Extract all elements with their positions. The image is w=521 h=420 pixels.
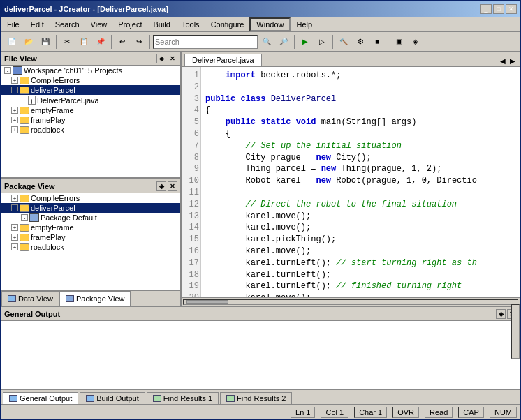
build-output-tab[interactable]: Build Output: [80, 392, 145, 404]
tb-extra1-button[interactable]: ▣: [391, 34, 406, 50]
pkg-frame-play-icon: [20, 234, 29, 241]
tb-sep6: [388, 35, 388, 49]
tb-paste-button[interactable]: 📌: [93, 34, 108, 50]
code-editor[interactable]: import becker.robots.*; public class Del…: [201, 67, 520, 297]
tb-sep3: [149, 35, 150, 49]
pkg-tree-item-roadblock[interactable]: + roadblock: [1, 242, 180, 252]
search-input[interactable]: [153, 35, 258, 49]
pkg-compile-errors-expand[interactable]: +: [11, 195, 18, 202]
tree-item-deliver-parcel-java[interactable]: j DeliverParcel.java: [1, 95, 180, 105]
tb-run-button[interactable]: ▶: [298, 34, 313, 50]
ln1: 1: [183, 70, 199, 82]
file-view-pin-button[interactable]: ◈: [156, 54, 166, 63]
menu-view[interactable]: View: [85, 19, 113, 30]
find-results-2-tab[interactable]: Find Results 2: [220, 392, 292, 404]
package-view-header: Package View ◈ ✕: [1, 179, 180, 193]
menu-file[interactable]: File: [1, 19, 25, 30]
file-view-panel: File View ◈ ✕ - Workspace 'ch01': 5 Proj…: [1, 52, 180, 179]
tree-item-compile-errors[interactable]: + CompileErrors: [1, 75, 180, 85]
pkg-tree-item-deliver-parcel[interactable]: - deliverParcel: [1, 203, 180, 213]
roadblock-expand[interactable]: +: [11, 126, 18, 133]
workspace-expand[interactable]: -: [4, 67, 11, 74]
menu-bar: File Edit Search View Project Build Tool…: [1, 17, 520, 32]
ln2: 2: [183, 82, 199, 93]
tb-compile-button[interactable]: ⚙: [353, 34, 368, 50]
menu-tools[interactable]: Tools: [176, 19, 205, 30]
tree-item-empty-frame[interactable]: + emptyFrame: [1, 105, 180, 115]
general-output-tab[interactable]: General Output: [3, 392, 78, 404]
pkg-tree-item-compile-errors[interactable]: + CompileErrors: [1, 193, 180, 203]
pkg-empty-frame-expand[interactable]: +: [11, 224, 18, 231]
file-view-close-button[interactable]: ✕: [168, 54, 177, 63]
menu-configure[interactable]: Configure: [205, 19, 250, 30]
tb-redo-button[interactable]: ↪: [131, 34, 147, 50]
workspace-icon: [13, 66, 22, 75]
menu-window[interactable]: Window: [249, 17, 291, 31]
editor-tab-deliver-parcel[interactable]: DeliverParcel.java: [184, 54, 262, 66]
pkg-tree-item-frame-play[interactable]: + framePlay: [1, 232, 180, 242]
menu-search[interactable]: Search: [50, 19, 85, 30]
package-view-label: Package View: [76, 294, 125, 303]
menu-edit[interactable]: Edit: [25, 19, 50, 30]
editor-content[interactable]: 1 2 3 4 5 6 7 8 9 10 11 12 13 14: [182, 67, 520, 297]
package-view-title: Package View: [4, 182, 55, 190]
tree-item-frame-play[interactable]: + framePlay: [1, 115, 180, 125]
deliver-parcel-expand[interactable]: -: [11, 87, 18, 93]
tb-extra2-button[interactable]: ◈: [408, 34, 423, 50]
pkg-tree-item-empty-frame[interactable]: + emptyFrame: [1, 223, 180, 232]
tree-item-roadblock[interactable]: + roadblock: [1, 125, 180, 135]
package-view-close-button[interactable]: ✕: [168, 181, 177, 191]
workspace-root[interactable]: - Workspace 'ch01': 5 Projects: [1, 66, 180, 75]
tb-new-button[interactable]: 📄: [4, 34, 20, 50]
pkg-default-expand[interactable]: -: [21, 214, 28, 221]
package-view-pin-button[interactable]: ◈: [156, 181, 166, 191]
tb-run2-button[interactable]: ▷: [314, 34, 330, 50]
workspace-label: Workspace 'ch01': 5 Projects: [24, 66, 122, 75]
tb-search2-button[interactable]: 🔎: [276, 34, 291, 50]
pkg-empty-frame-label: emptyFrame: [31, 223, 74, 232]
menu-build[interactable]: Build: [147, 19, 175, 30]
build-output-tab-label: Build Output: [96, 394, 139, 403]
tb-save-button[interactable]: 💾: [38, 34, 53, 50]
roadblock-label: roadblock: [31, 126, 64, 134]
status-bar: Ln 1 Col 1 Char 1 OVR Read CAP NUM: [1, 405, 520, 419]
pkg-frame-play-expand[interactable]: +: [11, 234, 18, 241]
find-results-2-tab-label: Find Results 2: [237, 394, 286, 403]
tb-search-button[interactable]: 🔍: [259, 34, 274, 50]
maximize-button[interactable]: □: [493, 4, 504, 14]
tb-stop-button[interactable]: ■: [369, 34, 385, 50]
find-results-1-tab[interactable]: Find Results 1: [147, 392, 219, 404]
pkg-tree-item-package-default[interactable]: - Package Default: [1, 213, 180, 223]
h-scrollbar-track[interactable]: [183, 299, 518, 305]
tb-open-button[interactable]: 📂: [21, 34, 36, 50]
editor-scrollbar-h[interactable]: [182, 297, 520, 306]
menu-project[interactable]: Project: [112, 19, 147, 30]
toolbar: 📄 📂 💾 ✂ 📋 📌 ↩ ↪ 🔍 🔎 ▶ ▷ 🔨 ⚙ ■ ▣ ◈: [1, 32, 520, 52]
frame-play-expand[interactable]: +: [11, 117, 18, 123]
find-results-1-tab-icon: [153, 395, 161, 402]
ln3: 3: [183, 93, 199, 105]
tb-build-button[interactable]: 🔨: [336, 34, 351, 50]
pkg-roadblock-label: roadblock: [31, 243, 64, 251]
tb-undo-button[interactable]: ↩: [115, 34, 130, 50]
data-view-tab[interactable]: Data View: [1, 291, 59, 306]
compile-icon: ⚙: [358, 38, 364, 45]
editor-prev-tab-button[interactable]: ◀: [499, 56, 507, 66]
output-pin-button[interactable]: ◈: [496, 309, 506, 319]
output-v-scrollbar[interactable]: [511, 304, 520, 359]
compile-errors-expand[interactable]: +: [11, 77, 18, 84]
close-button[interactable]: ✕: [506, 4, 517, 14]
file-view-header: File View ◈ ✕: [1, 52, 180, 66]
menu-help[interactable]: Help: [291, 19, 318, 30]
h-scrollbar-thumb[interactable]: [186, 300, 228, 304]
minimize-button[interactable]: _: [480, 4, 492, 14]
tb-copy-button[interactable]: 📋: [76, 34, 91, 50]
package-view-tab[interactable]: Package View: [59, 291, 131, 306]
pkg-roadblock-expand[interactable]: +: [11, 243, 18, 250]
status-cap: CAP: [458, 407, 484, 418]
pkg-deliver-parcel-expand[interactable]: -: [11, 204, 18, 211]
editor-next-tab-button[interactable]: ▶: [508, 56, 517, 66]
empty-frame-expand[interactable]: +: [11, 107, 18, 114]
tree-item-deliver-parcel[interactable]: - deliverParcel: [1, 85, 180, 95]
tb-cut-button[interactable]: ✂: [59, 34, 75, 50]
